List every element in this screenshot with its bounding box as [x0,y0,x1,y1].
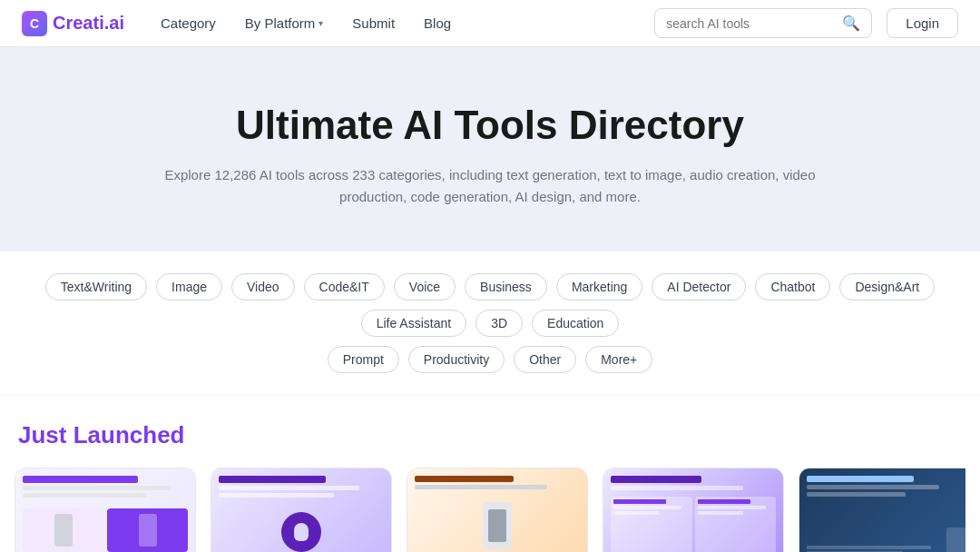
card-thumb-5 [799,468,965,552]
tag-3d[interactable]: 3D [475,310,523,337]
login-button[interactable]: Login [887,8,958,38]
card-thumb-1 [15,468,195,552]
nav-category[interactable]: Category [161,15,216,31]
cards-row: BGRemover ↗ Tal [15,468,965,552]
tag-business[interactable]: Business [465,273,547,301]
tag-other[interactable]: Other [514,346,576,373]
search-input[interactable] [666,16,835,31]
card-thumb-2 [211,468,391,552]
tag-image[interactable]: Image [156,273,222,301]
card-talkio[interactable]: Talkio AI ↗ [211,468,392,552]
logo[interactable]: C Creati.ai [22,11,124,36]
tag-prompt[interactable]: Prompt [328,346,399,373]
tag-more[interactable]: More+ [585,346,652,373]
card-thumb-3 [407,468,587,552]
just-launched-section: Just Launched [0,396,980,552]
section-title: Just Launched [15,421,965,449]
tag-video[interactable]: Video [231,273,295,301]
tag-ai-detector[interactable]: AI Detector [652,273,746,301]
card-bgremover[interactable]: BGRemover ↗ [15,468,196,552]
tag-voice[interactable]: Voice [394,273,456,301]
tag-life-assistant[interactable]: Life Assistant [361,310,467,337]
nav-submit[interactable]: Submit [352,15,395,31]
nav-by-platform[interactable]: By Platform ▾ [245,15,324,31]
card-saxior[interactable]: Saxior: Customi... ↗ [407,468,588,552]
search-icon: 🔍 [842,15,860,32]
logo-icon: C [22,11,47,36]
nav-blog[interactable]: Blog [424,15,451,31]
tag-chatbot[interactable]: Chatbot [755,273,830,301]
logo-text: Creati.ai [53,13,124,34]
categories-row-1: Text&Writing Image Video Code&IT Voice B… [0,273,980,337]
tag-education[interactable]: Education [532,310,619,337]
card-jobsearch[interactable]: JobSearch.Coach ↗ [799,468,965,552]
card-thumb-4 [603,468,783,552]
hero-subtitle: Explore 12,286 AI tools across 233 categ… [163,164,817,208]
nav-links: Category By Platform ▾ Submit Blog [161,15,654,31]
card-hometogo[interactable]: HomeToGo AI M... ↗ [603,468,784,552]
categories-row-2: Prompt Productivity Other More+ [0,346,980,373]
tag-marketing[interactable]: Marketing [556,273,642,301]
navbar: C Creati.ai Category By Platform ▾ Submi… [0,0,980,47]
tag-design-art[interactable]: Design&Art [839,273,935,301]
search-box: 🔍 [654,8,872,38]
tag-text-writing[interactable]: Text&Writing [45,273,147,301]
tag-productivity[interactable]: Productivity [408,346,505,373]
chevron-down-icon: ▾ [318,18,323,28]
hero-section: Ultimate AI Tools Directory Explore 12,2… [0,47,980,251]
hero-title: Ultimate AI Tools Directory [22,102,958,150]
categories-section: Text&Writing Image Video Code&IT Voice B… [0,251,980,396]
tag-code-it[interactable]: Code&IT [304,273,385,301]
